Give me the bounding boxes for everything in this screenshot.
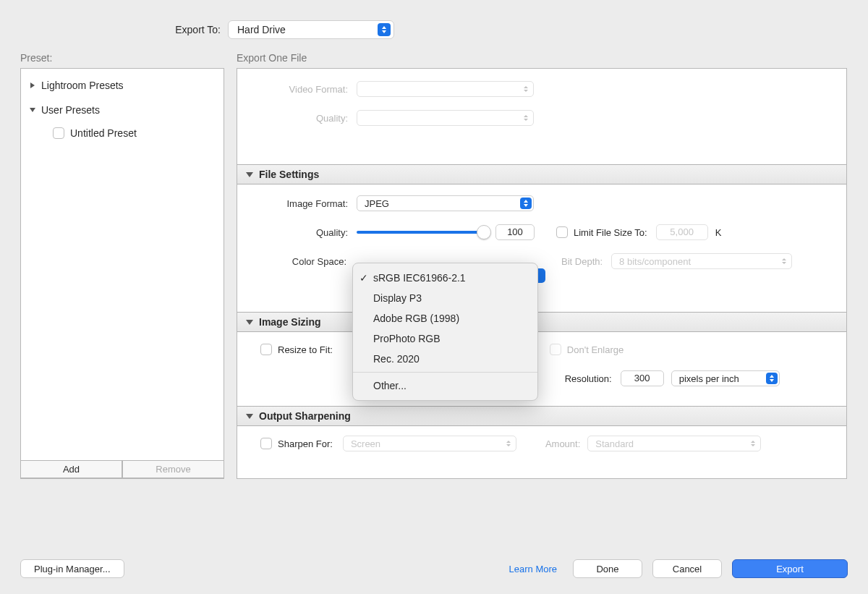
video-quality-label: Quality: (237, 113, 357, 124)
menu-item-srgb[interactable]: sRGB IEC61966-2.1 (353, 268, 537, 288)
tree-label: Lightroom Presets (41, 80, 124, 91)
stepper-icon (766, 373, 778, 384)
preset-heading: Preset: (20, 52, 52, 64)
export-count-label: Export One File (237, 52, 307, 64)
triangle-down-icon (246, 320, 253, 325)
select-value: 8 bits/component (619, 256, 691, 267)
plugin-manager-button[interactable]: Plug-in Manager... (20, 559, 124, 578)
stepper-icon (520, 198, 532, 209)
select-value: pixels per inch (679, 373, 739, 384)
cancel-button[interactable]: Cancel (652, 559, 722, 578)
bit-depth-select: 8 bits/component (611, 253, 792, 269)
resolution-label: Resolution: (565, 373, 612, 384)
sharpen-label: Sharpen For: (278, 438, 333, 449)
amount-label: Amount: (545, 438, 580, 449)
sharpen-for-select: Screen (343, 436, 516, 451)
limit-filesize-input: 5,000 (656, 224, 708, 240)
section-output-sharpening[interactable]: Output Sharpening (237, 406, 846, 426)
resize-checkbox[interactable] (260, 344, 272, 355)
stepper-icon (378, 23, 391, 36)
stepper-icon (521, 84, 531, 94)
learn-more-link[interactable]: Learn More (509, 564, 557, 574)
dont-enlarge-label: Don't Enlarge (567, 344, 624, 355)
select-value: JPEG (365, 198, 389, 209)
chevron-down-icon (28, 106, 37, 114)
quality-label: Quality: (237, 227, 357, 238)
done-button[interactable]: Done (573, 559, 642, 578)
dont-enlarge-checkbox (550, 344, 561, 355)
image-format-label: Image Format: (237, 198, 357, 209)
menu-item-rec2020[interactable]: Rec. 2020 (353, 349, 537, 369)
tree-untitled-preset[interactable]: Untitled Preset (28, 124, 216, 143)
preset-panel: Lightroom Presets User Presets Untitled … (20, 68, 224, 479)
remove-preset-button: Remove (122, 461, 224, 478)
limit-unit-label: K (715, 227, 722, 238)
stepper-icon (748, 438, 758, 449)
tree-label: User Presets (41, 104, 100, 116)
stepper-icon (521, 113, 531, 123)
quality-value-input[interactable]: 100 (495, 224, 535, 240)
video-format-label: Video Format: (237, 84, 357, 95)
chevron-right-icon (28, 81, 37, 90)
triangle-down-icon (246, 172, 253, 177)
color-space-label: Color Space: (237, 256, 355, 267)
resize-label: Resize to Fit: (278, 344, 333, 355)
export-to-label: Export To: (0, 24, 228, 35)
section-title: Output Sharpening (259, 410, 351, 422)
section-image-sizing[interactable]: Image Sizing (237, 312, 846, 332)
stepper-icon (538, 268, 545, 283)
menu-separator (353, 372, 537, 373)
section-title: Image Sizing (259, 316, 321, 328)
menu-item-adobe-rgb[interactable]: Adobe RGB (1998) (353, 308, 537, 328)
export-button[interactable]: Export (732, 559, 848, 578)
export-to-select[interactable]: Hard Drive (228, 20, 394, 39)
color-space-dropdown[interactable]: sRGB IEC61966-2.1 Display P3 Adobe RGB (… (352, 263, 538, 401)
export-to-value: Hard Drive (237, 24, 286, 35)
section-file-settings[interactable]: File Settings (237, 164, 846, 184)
slider-thumb[interactable] (477, 225, 491, 239)
bit-depth-label: Bit Depth: (561, 256, 603, 267)
quality-slider[interactable] (357, 225, 487, 239)
limit-filesize-checkbox[interactable] (556, 226, 568, 238)
image-format-select[interactable]: JPEG (357, 195, 534, 211)
stepper-icon (779, 256, 789, 266)
menu-item-other[interactable]: Other... (353, 376, 537, 396)
section-title: File Settings (259, 169, 319, 180)
select-value: Standard (595, 438, 634, 449)
preset-checkbox[interactable] (53, 127, 64, 139)
menu-item-prophoto[interactable]: ProPhoto RGB (353, 328, 537, 349)
menu-item-display-p3[interactable]: Display P3 (353, 288, 537, 308)
stepper-icon (503, 438, 514, 449)
triangle-down-icon (246, 414, 253, 419)
amount-select: Standard (587, 436, 761, 451)
limit-filesize-label: Limit File Size To: (574, 227, 647, 238)
tree-lightroom-presets[interactable]: Lightroom Presets (28, 76, 216, 95)
sharpen-checkbox[interactable] (260, 438, 272, 449)
resolution-unit-select[interactable]: pixels per inch (671, 370, 780, 386)
video-quality-select (357, 110, 534, 126)
resolution-input[interactable]: 300 (621, 370, 664, 386)
add-preset-button[interactable]: Add (21, 461, 122, 478)
select-value: Screen (351, 438, 380, 449)
tree-label: Untitled Preset (70, 127, 137, 139)
video-format-select (357, 81, 534, 97)
tree-user-presets[interactable]: User Presets (28, 101, 216, 119)
